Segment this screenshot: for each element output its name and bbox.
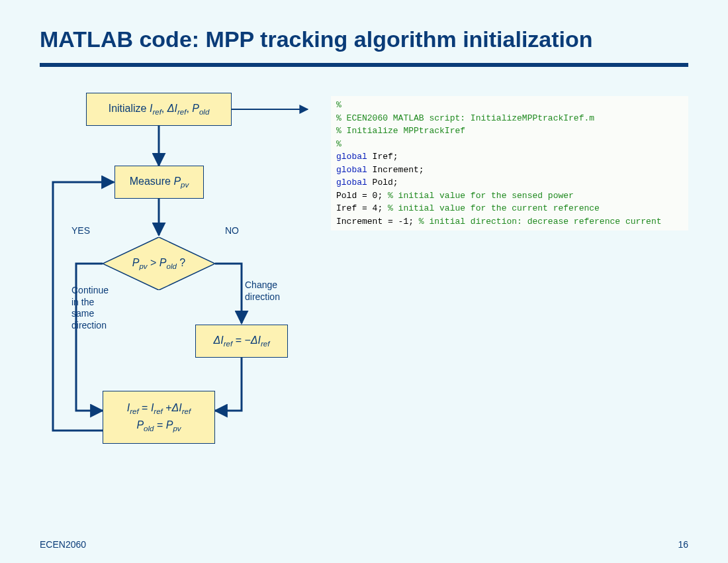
title-underline bbox=[40, 63, 688, 67]
code-l5t: Iref; bbox=[367, 152, 398, 162]
flow-box-measure: Measure Ppv bbox=[114, 166, 204, 199]
code-l3: % Initialize MPPtrackIref bbox=[336, 126, 465, 136]
flow-box-update: Iref = Iref +ΔIref Pold = Ppv bbox=[103, 391, 215, 444]
label-yes: YES bbox=[71, 225, 90, 237]
code-l5k: global bbox=[336, 152, 367, 162]
slide-title: MATLAB code: MPP tracking algorithm init… bbox=[40, 26, 688, 52]
slide: MATLAB code: MPP tracking algorithm init… bbox=[0, 0, 728, 563]
code-l6k: global bbox=[336, 165, 367, 175]
label-continue: Continue in the same direction bbox=[71, 285, 118, 331]
measure-text: Measure Ppv bbox=[130, 176, 189, 189]
label-change: Change direction bbox=[245, 280, 280, 303]
code-l8b: % initial value for the sensed power bbox=[388, 191, 574, 201]
flowchart: Initialize Iref, ΔIref, Pold Measure Ppv… bbox=[40, 93, 318, 517]
update-line-2: Pold = Ppv bbox=[136, 419, 181, 433]
flow-decision: Ppv > Pold ? bbox=[103, 237, 215, 290]
code-l9a: Iref = 4; bbox=[336, 203, 388, 213]
update-line-1: Iref = Iref +ΔIref bbox=[127, 402, 191, 415]
code-l4: % bbox=[336, 139, 341, 149]
footer-page: 16 bbox=[678, 539, 688, 550]
init-text: Initialize Iref, ΔIref, Pold bbox=[109, 103, 210, 116]
code-l2: % ECEN2060 MATLAB script: InitializeMPPt… bbox=[336, 113, 594, 123]
flow-box-initialize: Initialize Iref, ΔIref, Pold bbox=[86, 93, 232, 126]
code-l10b: % initial direction: decrease reference … bbox=[419, 217, 662, 227]
code-l1: % bbox=[336, 100, 341, 110]
code-panel: % % ECEN2060 MATLAB script: InitializeMP… bbox=[331, 96, 688, 230]
code-l9b: % initial value for the current referenc… bbox=[388, 203, 600, 213]
code-l6t: Increment; bbox=[367, 165, 424, 175]
code-l7t: Pold; bbox=[367, 178, 398, 187]
code-l10a: Increment = -1; bbox=[336, 217, 419, 227]
label-no: NO bbox=[225, 225, 239, 237]
decision-text: Ppv > Pold ? bbox=[103, 237, 215, 290]
code-l8a: Pold = 0; bbox=[336, 191, 388, 201]
flow-box-negate: ΔIref = −ΔIref bbox=[195, 325, 288, 358]
code-l7k: global bbox=[336, 178, 367, 187]
negate-text: ΔIref = −ΔIref bbox=[214, 334, 270, 348]
footer-course: ECEN2060 bbox=[40, 539, 86, 550]
